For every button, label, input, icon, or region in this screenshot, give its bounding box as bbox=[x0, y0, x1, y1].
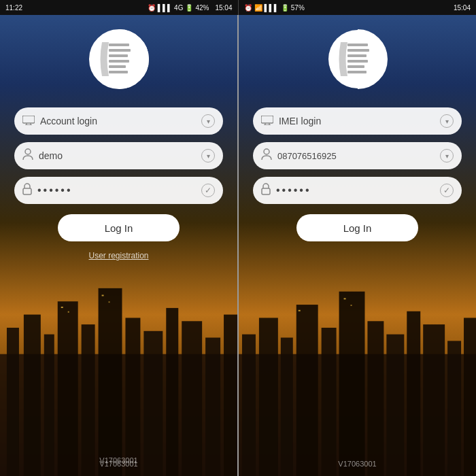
logo-right bbox=[327, 29, 388, 92]
password-value-right: •••••• bbox=[276, 184, 435, 197]
password-check-right[interactable]: ✓ bbox=[440, 184, 454, 197]
password-row-right[interactable]: •••••• ✓ bbox=[253, 177, 462, 204]
username-row-left[interactable]: demo ▾ bbox=[14, 142, 223, 169]
person-icon-left bbox=[22, 148, 33, 163]
4g-label: 4G bbox=[174, 4, 183, 12]
svg-rect-5 bbox=[82, 324, 95, 476]
svg-point-58 bbox=[264, 149, 269, 154]
panel-divider bbox=[237, 15, 239, 476]
svg-rect-48 bbox=[347, 44, 368, 46]
svg-rect-43 bbox=[464, 318, 476, 476]
svg-rect-45 bbox=[344, 298, 346, 299]
svg-rect-35 bbox=[296, 305, 318, 476]
svg-rect-24 bbox=[109, 71, 128, 73]
login-type-row-right[interactable]: IMEI login ▾ bbox=[253, 107, 462, 135]
clock-icon-right: ⏰ bbox=[244, 4, 252, 12]
svg-rect-33 bbox=[259, 318, 278, 476]
svg-rect-42 bbox=[447, 341, 461, 476]
svg-rect-53 bbox=[347, 71, 367, 73]
svg-rect-54 bbox=[261, 116, 273, 123]
svg-rect-41 bbox=[423, 324, 445, 476]
svg-rect-50 bbox=[347, 54, 367, 57]
svg-rect-59 bbox=[262, 188, 270, 194]
login-button-left[interactable]: Log In bbox=[58, 214, 179, 241]
svg-rect-30 bbox=[23, 188, 31, 194]
svg-rect-52 bbox=[347, 65, 364, 68]
svg-rect-46 bbox=[351, 305, 352, 306]
right-panel: IMEI login ▾ 087076516925 ▾ bbox=[239, 15, 476, 476]
svg-rect-36 bbox=[322, 328, 337, 476]
password-row-left[interactable]: •••••• ✓ bbox=[14, 177, 223, 204]
dropdown-btn-left[interactable]: ▾ bbox=[201, 114, 215, 128]
login-type-label-right: IMEI login bbox=[279, 116, 435, 126]
status-bar-right: ⏰ 📶 ▌▌▌ 🔋 57% 15:04 bbox=[239, 0, 477, 15]
svg-rect-11 bbox=[205, 338, 220, 476]
svg-rect-12 bbox=[224, 315, 237, 476]
svg-rect-9 bbox=[166, 308, 178, 476]
login-type-row-left[interactable]: Account login ▾ bbox=[14, 107, 223, 135]
svg-rect-15 bbox=[102, 295, 104, 296]
battery-percent-right: 57% bbox=[291, 4, 305, 12]
left-panel: Account login ▾ demo ▾ bbox=[0, 15, 237, 476]
login-button-right[interactable]: Log In bbox=[296, 214, 418, 241]
svg-point-29 bbox=[25, 149, 31, 154]
login-type-label-left: Account login bbox=[40, 116, 196, 126]
svg-rect-40 bbox=[407, 311, 420, 476]
svg-rect-38 bbox=[367, 321, 384, 476]
svg-rect-4 bbox=[58, 301, 78, 476]
version-text-left: V17063001 bbox=[99, 460, 137, 468]
username-dropdown-right[interactable]: ▾ bbox=[440, 149, 454, 163]
time-left: 11:22 bbox=[5, 4, 22, 12]
svg-rect-51 bbox=[347, 60, 368, 63]
battery-right-icon: 🔋 bbox=[281, 4, 289, 12]
lock-icon-right bbox=[261, 183, 271, 198]
svg-rect-39 bbox=[386, 335, 404, 476]
version-text-right: V17063001 bbox=[338, 460, 376, 468]
monitor-icon-left bbox=[22, 116, 35, 127]
svg-rect-10 bbox=[182, 321, 202, 476]
monitor-icon-right bbox=[261, 116, 273, 127]
svg-rect-32 bbox=[242, 335, 256, 476]
username-row-right[interactable]: 087076516925 ▾ bbox=[253, 142, 462, 169]
svg-rect-8 bbox=[143, 331, 163, 476]
svg-rect-7 bbox=[125, 318, 140, 476]
svg-rect-2 bbox=[24, 315, 41, 476]
signal-icon-right: ▌▌▌ bbox=[265, 4, 279, 12]
svg-rect-25 bbox=[22, 116, 35, 123]
signal-icon: ▌▌▌ bbox=[158, 4, 172, 12]
password-check-left[interactable]: ✓ bbox=[201, 184, 215, 197]
cityscape-left bbox=[0, 222, 237, 476]
svg-rect-14 bbox=[68, 311, 69, 313]
registration-link-left[interactable]: User registration bbox=[88, 251, 148, 260]
status-bar-left: 11:22 ⏰ ▌▌▌ 4G 🔋 42% 15:04 bbox=[0, 0, 238, 15]
svg-rect-3 bbox=[44, 335, 54, 476]
password-value-left: •••••• bbox=[37, 184, 196, 197]
status-icons-right: ⏰ 📶 ▌▌▌ 🔋 57% bbox=[244, 4, 305, 12]
time-right-left-panel: 15:04 bbox=[215, 4, 232, 12]
cityscape-right bbox=[239, 222, 476, 476]
login-form-left: Account login ▾ demo ▾ bbox=[14, 107, 223, 241]
wifi-icon: 📶 bbox=[254, 4, 262, 12]
username-value-left: demo bbox=[39, 150, 196, 161]
battery-left-icon: 🔋 bbox=[185, 4, 193, 12]
username-value-right: 087076516925 bbox=[277, 151, 435, 161]
alarm-icon: ⏰ bbox=[148, 4, 156, 12]
username-dropdown-left[interactable]: ▾ bbox=[201, 149, 215, 163]
dropdown-btn-right[interactable]: ▾ bbox=[440, 114, 454, 128]
svg-rect-37 bbox=[339, 292, 365, 476]
battery-percent-left: 42% bbox=[195, 4, 209, 12]
svg-rect-23 bbox=[109, 65, 126, 68]
time-right-right-panel: 15:04 bbox=[454, 4, 471, 12]
svg-rect-1 bbox=[7, 328, 19, 476]
svg-rect-16 bbox=[109, 301, 110, 303]
svg-rect-20 bbox=[109, 49, 131, 52]
logo-left bbox=[88, 29, 150, 92]
svg-rect-6 bbox=[99, 288, 122, 476]
svg-rect-34 bbox=[281, 338, 293, 476]
person-icon-right bbox=[261, 148, 272, 163]
svg-rect-13 bbox=[61, 307, 63, 308]
status-icons-left: ⏰ ▌▌▌ 4G 🔋 42% 15:04 bbox=[148, 4, 233, 12]
svg-rect-49 bbox=[347, 49, 369, 52]
lock-icon-left bbox=[22, 183, 32, 198]
svg-rect-21 bbox=[109, 54, 128, 57]
